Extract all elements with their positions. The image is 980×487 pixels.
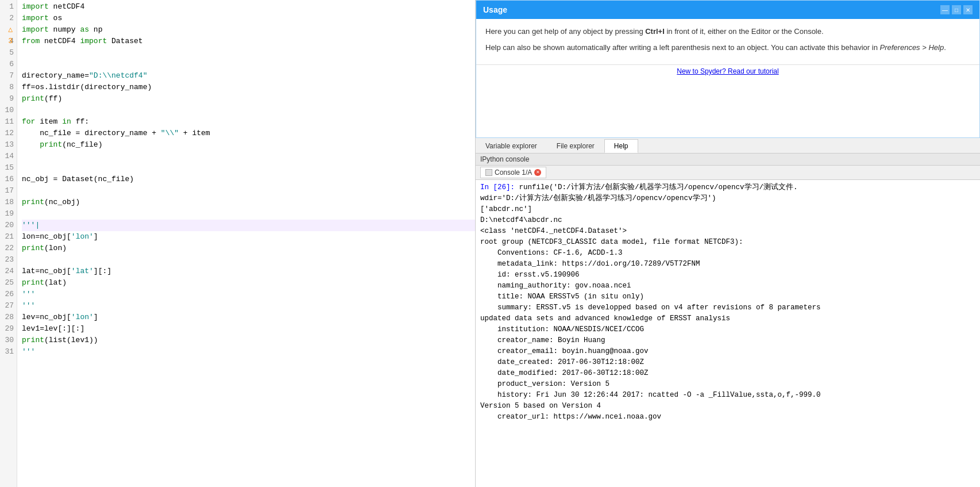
console-line-7: metadata_link: https://doi.org/10.7289/V… [480,259,975,270]
code-line-13: print(nc_file) [22,139,475,151]
code-line-24: lat=nc_obj['lat'][:] [22,266,475,277]
console-line-13: institution: NOAA/NESDIS/NCEI/CCOG [480,324,975,335]
code-line-25: print(lat) [22,277,475,289]
console-close-button[interactable]: ✕ [534,169,541,176]
code-line-5 [22,47,475,59]
console-tab-icon [485,169,492,176]
console-line-1: wdir='D:/计算方法/创新实验/机器学习练习/opencv/opencv学… [480,193,975,204]
usage-minimize-button[interactable]: — [940,5,950,14]
console-line-12: updated data sets and advanced knowledge… [480,313,975,324]
code-line-23 [22,254,475,266]
usage-header-buttons[interactable]: — □ ✕ [940,5,973,14]
console-line-19: history: Fri Jun 30 12:26:44 2017: ncatt… [480,390,975,401]
code-content[interactable]: import netCDF4import osimport numpy as n… [17,0,475,487]
line-numbers: 12△ 345678910111213141516171819202122232… [0,0,17,487]
console-line-8: id: ersst.v5.190906 [480,270,975,281]
code-line-12: nc_file = directory_name + "\\" + item [22,128,475,139]
console-tab-label: Console 1/A [495,168,532,177]
tab-help[interactable]: Help [604,139,638,153]
code-line-31: ''' [22,346,475,358]
code-line-8: ff=os.listdir(directory_name) [22,82,475,93]
code-line-4: from netCDF4 import Dataset [22,36,475,47]
ipython-label: IPython console [480,155,529,163]
code-line-11: for item in ff: [22,116,475,128]
console-line-3: D:\netcdf4\abcdr.nc [480,215,975,226]
console-line-5: root group (NETCDF3_CLASSIC data model, … [480,237,975,248]
usage-panel: Usage — □ ✕ Here you can get help of any… [476,0,980,138]
console-line-18: product_version: Version 5 [480,379,975,390]
console-line-9: naming_authority: gov.noaa.ncei [480,281,975,292]
usage-maximize-button[interactable]: □ [952,5,961,14]
console-output[interactable]: In [26]: runfile('D:/计算方法/创新实验/机器学习练习/op… [476,180,980,487]
code-line-18: print(nc_obj) [22,197,475,208]
code-line-10 [22,105,475,116]
right-panel: Usage — □ ✕ Here you can get help of any… [476,0,980,487]
usage-close-button[interactable]: ✕ [963,5,973,14]
code-line-1: import netCDF4 [22,1,475,13]
console-line-21: creator_url: https://www.ncei.noaa.gov [480,412,975,423]
console-line-11: summary: ERSST.v5 is developped based on… [480,302,975,313]
code-line-22: print(lon) [22,243,475,254]
usage-footer[interactable]: New to Spyder? Read our tutorial [476,64,979,78]
code-line-26: ''' [22,289,475,300]
console-line-0: In [26]: runfile('D:/计算方法/创新实验/机器学习练习/op… [480,182,975,193]
console-line-6: Conventions: CF-1.6, ACDD-1.3 [480,248,975,259]
console-line-2: ['abcdr.nc'] [480,204,975,215]
code-line-15 [22,162,475,174]
usage-title: Usage [483,5,507,14]
tab-variable-explorer[interactable]: Variable explorer [476,139,547,153]
ipython-header: IPython console [476,154,980,166]
console-line-10: title: NOAA ERSSTv5 (in situ only) [480,292,975,302]
code-line-14 [22,151,475,162]
code-line-28: lev=nc_obj['lon'] [22,312,475,323]
tutorial-link[interactable]: New to Spyder? Read our tutorial [677,67,778,75]
console-tab-row: Console 1/A ✕ [476,166,980,180]
code-line-17 [22,185,475,197]
console-line-15: creator_email: boyin.huang@noaa.gov [480,346,975,357]
usage-content: Here you can get help of any object by p… [476,19,979,64]
console-line-16: date_created: 2017-06-30T12:18:00Z [480,357,975,368]
console-line-17: date_modified: 2017-06-30T12:18:00Z [480,368,975,379]
code-line-16: nc_obj = Dataset(nc_file) [22,174,475,185]
console-line-14: creator_name: Boyin Huang [480,335,975,346]
usage-header: Usage — □ ✕ [476,1,979,19]
code-line-30: print(list(lev1)) [22,335,475,346]
code-line-29: lev1=lev[:][:] [22,323,475,335]
help-tabs-row: Variable explorer File explorer Help [476,138,980,154]
code-line-20: '''| [22,220,475,231]
code-line-2: import os [22,13,475,24]
console-line-20: Version 5 based on Version 4 [480,401,975,412]
code-line-6 [22,59,475,70]
console-tab[interactable]: Console 1/A ✕ [480,167,546,178]
code-line-27: ''' [22,300,475,312]
usage-para-1: Here you can get help of any object by p… [485,26,970,37]
usage-para-2: Help can also be shown automatically aft… [485,42,970,53]
code-line-7: directory_name="D:\\netcdf4" [22,70,475,82]
code-line-9: print(ff) [22,93,475,105]
code-line-19 [22,208,475,220]
code-editor[interactable]: 12△ 345678910111213141516171819202122232… [0,0,476,487]
code-line-3: import numpy as np [22,24,475,36]
tab-file-explorer[interactable]: File explorer [547,139,604,153]
console-line-4: <class 'netCDF4._netCDF4.Dataset'> [480,226,975,237]
code-line-21: lon=nc_obj['lon'] [22,231,475,243]
